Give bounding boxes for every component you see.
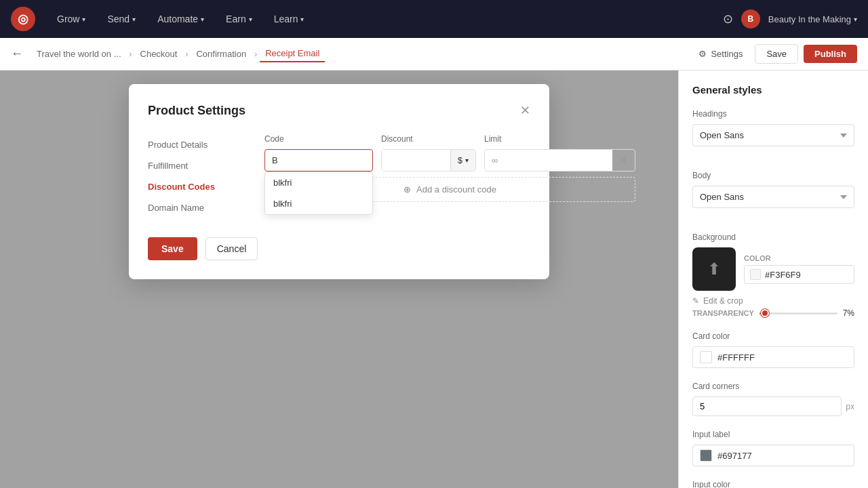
dropdown-item-blkfri-2[interactable]: blkfri [265, 193, 372, 214]
input-label-label: Input label [692, 430, 854, 439]
discount-row: blkfri blkfri $ ▾ [264, 149, 635, 171]
input-color-label: Input color [692, 480, 854, 488]
input-label-row[interactable]: #697177 [692, 445, 854, 466]
svg-text:◎: ◎ [18, 12, 28, 26]
transparency-label: TRANSPARENCY [692, 309, 754, 317]
bg-color-swatch [750, 269, 761, 280]
chevron-down-icon: ▾ [465, 157, 469, 164]
plus-icon: ⊕ [403, 184, 411, 195]
input-label-swatch [700, 449, 712, 462]
input-color-section: Input color #373F45 [692, 480, 854, 488]
body-dropdown[interactable]: Open Sans [692, 186, 854, 208]
code-dropdown: blkfri blkfri [264, 171, 373, 215]
user-name[interactable]: Beauty In the Making ▾ [768, 14, 857, 24]
chevron-down-icon: ▾ [300, 16, 304, 23]
discount-type-button[interactable]: $ ▾ [450, 150, 475, 171]
background-section: Background ⬆ COLOR #F3F6F9 ✎ Edit & crop [692, 232, 854, 318]
product-settings-modal: Product Settings ✕ Product Details Fulfi… [129, 84, 549, 279]
upload-icon: ⬆ [707, 260, 721, 279]
left-area: AMOUNT PAID $35.00 ORDER DATE 11/19/2021… [0, 70, 678, 488]
bg-color-value-row[interactable]: #F3F6F9 [744, 265, 854, 284]
breadcrumb-confirmation[interactable]: Confirmation [191, 46, 252, 62]
corners-unit: px [846, 402, 854, 411]
dropdown-item-blkfri-1[interactable]: blkfri [265, 172, 372, 193]
main-content: AMOUNT PAID $35.00 ORDER DATE 11/19/2021… [0, 70, 868, 488]
discount-input[interactable] [382, 150, 450, 171]
sidebar-item-product-details[interactable]: Product Details [148, 134, 243, 155]
breadcrumb-sep-3: › [254, 49, 257, 59]
breadcrumb-checkout[interactable]: Checkout [135, 46, 183, 62]
breadcrumb-receipt-email[interactable]: Receipt Email [260, 45, 325, 62]
limit-clear-button[interactable]: ✕ [612, 150, 635, 171]
modal-main: Code Discount Limit blkfri blkfri [264, 134, 635, 218]
body-label: Body [692, 171, 854, 180]
breadcrumb-travel[interactable]: Travel the world on ... [31, 46, 127, 62]
headings-section: Headings Open Sans [692, 109, 854, 157]
settings-button[interactable]: ⚙ Settings [692, 45, 749, 63]
modal-close-button[interactable]: ✕ [520, 103, 530, 118]
transparency-slider[interactable] [760, 312, 837, 314]
back-button[interactable]: ← [11, 47, 23, 61]
nav-earn[interactable]: Earn ▾ [218, 9, 260, 28]
discount-header-row: Code Discount Limit [264, 134, 635, 144]
modal-body: Product Details Fulfillment Discount Cod… [148, 134, 530, 218]
modal-title: Product Settings [148, 104, 245, 118]
card-corners-label: Card corners [692, 382, 854, 391]
sidebar-item-domain-name[interactable]: Domain Name [148, 197, 243, 218]
limit-input-wrap: ✕ [484, 149, 635, 171]
nav-grow[interactable]: Grow ▾ [49, 9, 94, 28]
slider-thumb[interactable] [761, 309, 769, 317]
chevron-down-icon: ▾ [249, 16, 252, 23]
card-color-label: Card color [692, 331, 854, 341]
code-input[interactable] [264, 149, 373, 171]
code-input-wrap: blkfri blkfri [264, 149, 373, 171]
card-corners-section: Card corners px [692, 382, 854, 416]
right-panel: General styles Headings Open Sans Body O… [678, 70, 868, 488]
settings-icon: ⚙ [698, 49, 707, 59]
breadcrumb-sep-1: › [130, 49, 132, 59]
publish-button[interactable]: Publish [804, 45, 857, 63]
background-label: Background [692, 232, 854, 242]
col-code-label: Code [264, 134, 373, 144]
sidebar-item-fulfillment[interactable]: Fulfillment [148, 155, 243, 176]
chevron-down-icon: ▾ [82, 16, 85, 23]
search-icon[interactable]: ⊙ [723, 12, 733, 26]
slider-track [760, 312, 837, 314]
color-section: COLOR #F3F6F9 [744, 254, 854, 284]
modal-save-button[interactable]: Save [148, 237, 197, 260]
card-color-swatch [700, 351, 712, 363]
edit-icon: ✎ [692, 296, 699, 306]
modal-cancel-button[interactable]: Cancel [205, 237, 258, 260]
modal-header: Product Settings ✕ [148, 103, 530, 118]
edit-crop-row[interactable]: ✎ Edit & crop [692, 296, 854, 306]
discount-input-wrap: $ ▾ [381, 149, 476, 171]
bg-preview-wrap: ⬆ COLOR #F3F6F9 [692, 247, 854, 291]
nav-learn[interactable]: Learn ▾ [266, 9, 313, 28]
bg-color-label: COLOR [744, 254, 854, 262]
headings-dropdown[interactable]: Open Sans [692, 124, 854, 146]
card-color-section: Card color #FFFFFF [692, 331, 854, 368]
logo[interactable]: ◎ [11, 7, 35, 31]
col-limit-label: Limit [484, 134, 635, 144]
chevron-down-icon: ▾ [201, 16, 204, 23]
bg-preview-thumb[interactable]: ⬆ [692, 247, 736, 291]
top-nav: ◎ Grow ▾ Send ▾ Automate ▾ Earn ▾ Learn … [0, 0, 868, 38]
secondary-nav: ← Travel the world on ... › Checkout › C… [0, 38, 868, 70]
body-section: Body Open Sans [692, 171, 854, 219]
corners-input[interactable] [692, 396, 842, 416]
modal-sidebar: Product Details Fulfillment Discount Cod… [148, 134, 243, 218]
card-color-row[interactable]: #FFFFFF [692, 346, 854, 368]
chevron-down-icon: ▾ [854, 16, 857, 23]
col-discount-label: Discount [381, 134, 476, 144]
modal-footer: Save Cancel [148, 237, 530, 260]
input-label-section: Input label #697177 [692, 430, 854, 466]
nav-automate[interactable]: Automate ▾ [149, 9, 212, 28]
sidebar-item-discount-codes[interactable]: Discount Codes [148, 176, 243, 197]
nav-send[interactable]: Send ▾ [99, 9, 144, 28]
transparency-value: 7% [843, 308, 854, 318]
modal-overlay: Product Settings ✕ Product Details Fulfi… [0, 70, 678, 488]
save-button[interactable]: Save [755, 44, 798, 64]
limit-input[interactable] [485, 150, 612, 171]
panel-title: General styles [692, 84, 854, 96]
headings-label: Headings [692, 109, 854, 119]
